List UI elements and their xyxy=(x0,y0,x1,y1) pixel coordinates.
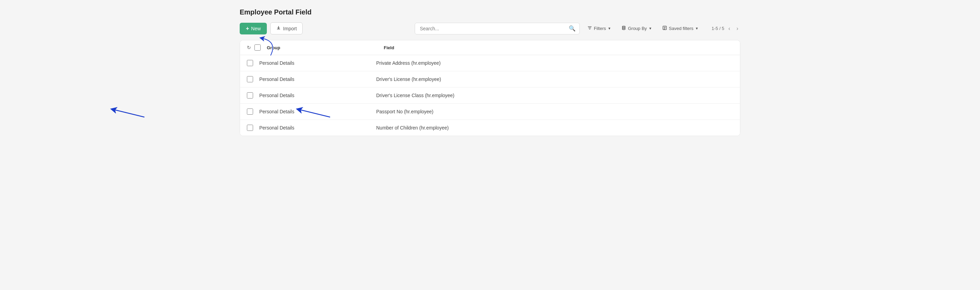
import-button[interactable]: Import xyxy=(270,22,302,34)
data-table: ↻ Group Field Personal Details Private A… xyxy=(240,40,740,136)
group-by-chevron: ▼ xyxy=(649,27,652,30)
row-field-value: Private Address (hr.employee) xyxy=(376,60,733,66)
page-next-button[interactable]: › xyxy=(735,25,740,32)
row-field-value: Passport No (hr.employee) xyxy=(376,109,733,114)
row-checkbox[interactable] xyxy=(247,92,253,98)
row-checkbox[interactable] xyxy=(247,125,253,131)
saved-filters-button[interactable]: Saved filters ▼ xyxy=(658,23,703,34)
toolbar-right: 🔍 Filters ▼ xyxy=(415,23,740,34)
table-row[interactable]: Personal Details Driver's License (hr.em… xyxy=(240,71,740,88)
saved-filters-chevron: ▼ xyxy=(695,27,699,30)
row-field-value: Driver's License (hr.employee) xyxy=(376,77,733,82)
group-by-label: Group By xyxy=(628,26,647,31)
row-checkbox[interactable] xyxy=(247,60,253,66)
pagination: 1-5 / 5 ‹ › xyxy=(711,25,740,32)
saved-filters-icon xyxy=(662,26,667,31)
refresh-icon[interactable]: ↻ xyxy=(247,45,251,50)
table-row[interactable]: Personal Details Private Address (hr.emp… xyxy=(240,55,740,71)
row-checkbox[interactable] xyxy=(247,109,253,115)
search-input[interactable] xyxy=(415,23,580,34)
toolbar: + New Import xyxy=(240,22,740,34)
row-checkbox[interactable] xyxy=(247,76,253,82)
column-header-group: Group xyxy=(267,45,384,50)
row-field-value: Driver's License Class (hr.employee) xyxy=(376,93,733,98)
row-group-value: Personal Details xyxy=(259,93,376,98)
toolbar-left: + New Import xyxy=(240,22,302,34)
search-container: 🔍 xyxy=(415,23,580,34)
filter-group: Filters ▼ Group By ▼ xyxy=(583,23,703,34)
import-icon xyxy=(276,26,281,31)
page-title: Employee Portal Field xyxy=(240,8,740,16)
row-group-value: Personal Details xyxy=(259,60,376,66)
row-group-value: Personal Details xyxy=(259,125,376,131)
row-field-value: Number of Children (hr.employee) xyxy=(376,125,733,131)
import-button-label: Import xyxy=(283,26,297,31)
new-button-label: New xyxy=(251,26,261,31)
group-by-button[interactable]: Group By ▼ xyxy=(617,23,656,34)
table-row[interactable]: Personal Details Passport No (hr.employe… xyxy=(240,104,740,120)
column-header-field: Field xyxy=(384,45,733,50)
filter-icon xyxy=(587,26,592,31)
filters-label: Filters xyxy=(594,26,606,31)
filters-chevron: ▼ xyxy=(608,27,611,30)
plus-icon: + xyxy=(246,26,249,32)
table-header: ↻ Group Field xyxy=(240,40,740,55)
page-prev-button[interactable]: ‹ xyxy=(726,25,732,32)
group-by-icon xyxy=(621,26,626,31)
row-group-value: Personal Details xyxy=(259,77,376,82)
pagination-range: 1-5 / 5 xyxy=(711,26,724,31)
search-icon: 🔍 xyxy=(569,25,576,32)
table-row[interactable]: Personal Details Driver's License Class … xyxy=(240,88,740,104)
row-group-value: Personal Details xyxy=(259,109,376,114)
new-button[interactable]: + New xyxy=(240,23,267,34)
saved-filters-label: Saved filters xyxy=(669,26,694,31)
filters-button[interactable]: Filters ▼ xyxy=(583,23,615,34)
svg-point-2 xyxy=(622,29,625,30)
table-row[interactable]: Personal Details Number of Children (hr.… xyxy=(240,120,740,136)
select-all-checkbox[interactable] xyxy=(255,45,261,51)
